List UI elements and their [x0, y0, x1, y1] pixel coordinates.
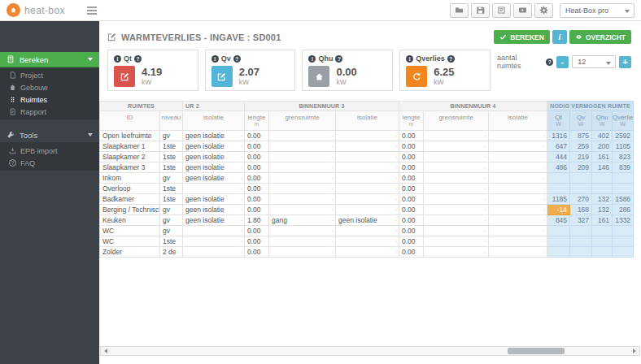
cell-bm3_lengte[interactable]: 0.00 [245, 247, 269, 258]
cell-bm3_grensruimte[interactable] [269, 131, 336, 141]
sidebar-section-bereken[interactable]: Bereken [0, 52, 99, 67]
cell-bm4_lengte[interactable]: 0.00 [399, 205, 424, 215]
cell-bm3_isolatie[interactable] [336, 141, 399, 152]
save-button[interactable] [471, 3, 490, 18]
cell-bm3_isolatie[interactable] [336, 184, 399, 194]
cell-bm2_isolatie[interactable]: geen isolatie [183, 141, 245, 152]
settings-button[interactable] [534, 3, 553, 18]
help-icon[interactable]: ? [233, 55, 241, 63]
cell-bm3_isolatie[interactable] [336, 131, 399, 141]
cell-bm4_grensruimte[interactable] [424, 173, 489, 184]
cell-bm3_grensruimte[interactable] [269, 152, 336, 162]
cell-bm3_lengte[interactable]: 0.00 [245, 194, 269, 205]
cell-bm2_isolatie[interactable]: geen isolatie [183, 173, 245, 184]
scroll-left-arrow[interactable] [101, 347, 111, 355]
cell-bm4_grensruimte[interactable] [424, 194, 489, 205]
cell-bm2_isolatie[interactable] [183, 236, 245, 247]
cell-bm4_lengte[interactable]: 0.00 [399, 141, 424, 152]
cell-bm4_grensruimte[interactable] [424, 162, 489, 173]
cell-bm4_lengte[interactable]: 0.00 [399, 236, 424, 247]
sidebar-section-tools[interactable]: Tools [0, 128, 99, 143]
bereken-button[interactable]: BEREKEN [494, 30, 550, 44]
folder-button[interactable] [450, 3, 469, 18]
cell-id[interactable]: Slaapkamer 2 [100, 152, 160, 162]
cell-bm4_isolatie[interactable] [489, 247, 547, 258]
info-button[interactable]: i [552, 30, 567, 44]
cell-id[interactable]: Inkom [100, 173, 160, 184]
cell-bm4_lengte[interactable]: 0.00 [399, 226, 424, 236]
cell-bm2_isolatie[interactable]: geen isolatie [183, 131, 245, 141]
sidebar-item-epb-import[interactable]: EPB import [0, 145, 99, 157]
cell-bm4_grensruimte[interactable] [424, 226, 489, 236]
cell-bm4_isolatie[interactable] [489, 184, 547, 194]
cell-bm4_lengte[interactable]: 0.00 [399, 215, 424, 226]
cell-bm4_isolatie[interactable] [489, 162, 547, 173]
cell-bm4_grensruimte[interactable] [424, 184, 489, 194]
sidebar-item-gebouw[interactable]: Gebouw [0, 81, 99, 93]
scrollbar-thumb[interactable] [508, 348, 565, 354]
cell-bm2_isolatie[interactable]: geen isolatie [183, 194, 245, 205]
cell-bm4_lengte[interactable]: 0.00 [399, 131, 424, 141]
cell-bm3_lengte[interactable]: 1.80 [245, 215, 269, 226]
cell-bm4_lengte[interactable]: 0.00 [399, 247, 424, 258]
sidebar-item-rapport[interactable]: Rapport [0, 106, 99, 118]
cell-bm4_lengte[interactable]: 0.00 [399, 162, 424, 173]
horizontal-scrollbar[interactable] [100, 346, 640, 356]
cell-bm4_lengte[interactable]: 0.00 [399, 194, 424, 205]
cell-bm4_lengte[interactable]: 0.00 [399, 184, 424, 194]
profile-select[interactable]: Heat-Box pro [560, 3, 634, 18]
cell-id[interactable]: WC [100, 226, 160, 236]
overzicht-button[interactable]: OVERZICHT [569, 30, 631, 44]
cell-bm3_lengte[interactable]: 0.00 [245, 205, 269, 215]
room-count-select[interactable]: 12 [572, 55, 616, 68]
cell-bm3_grensruimte[interactable] [269, 226, 336, 236]
cell-bm3_isolatie[interactable] [336, 194, 399, 205]
cell-bm4_grensruimte[interactable] [424, 152, 489, 162]
cell-bm3_grensruimte[interactable] [269, 173, 336, 184]
cell-bm3_lengte[interactable]: 0.00 [245, 173, 269, 184]
cell-bm4_grensruimte[interactable] [424, 215, 489, 226]
cell-niveau[interactable]: gv [160, 226, 183, 236]
cell-bm4_isolatie[interactable] [489, 131, 547, 141]
cell-id[interactable]: Open leefruimte [100, 131, 160, 141]
cell-niveau[interactable]: gv [160, 205, 183, 215]
cell-niveau[interactable]: gv [160, 131, 183, 141]
scroll-right-arrow[interactable] [630, 347, 639, 355]
cell-bm4_grensruimte[interactable] [424, 236, 489, 247]
cell-bm2_isolatie[interactable]: geen isolatie [183, 152, 245, 162]
cell-bm3_isolatie[interactable] [336, 162, 399, 173]
cell-bm2_isolatie[interactable]: geen isolatie [183, 162, 245, 173]
hamburger-menu-icon[interactable] [86, 5, 98, 16]
cell-bm3_grensruimte[interactable] [269, 184, 336, 194]
increase-rooms-button[interactable]: + [619, 56, 631, 68]
cell-niveau[interactable]: 1ste [160, 184, 183, 194]
scrollbar-track[interactable] [111, 347, 630, 355]
cell-bm3_isolatie[interactable] [336, 205, 399, 215]
cell-bm3_lengte[interactable]: 0.00 [245, 162, 269, 173]
decrease-rooms-button[interactable]: - [556, 56, 569, 68]
cell-bm3_grensruimte[interactable] [269, 205, 336, 215]
help-icon[interactable]: ? [447, 55, 455, 63]
cell-id[interactable]: Zolder [100, 247, 160, 258]
cell-id[interactable]: WC [100, 236, 160, 247]
help-icon[interactable]: ? [546, 58, 553, 66]
news-button[interactable] [492, 3, 511, 18]
cell-bm2_isolatie[interactable] [183, 184, 245, 194]
sidebar-item-ruimtes[interactable]: Ruimtes [0, 93, 99, 106]
cell-bm4_isolatie[interactable] [489, 173, 547, 184]
cell-bm3_lengte[interactable]: 0.00 [245, 226, 269, 236]
help-icon[interactable]: ? [134, 55, 142, 63]
cell-bm2_isolatie[interactable] [183, 247, 245, 258]
cell-bm4_grensruimte[interactable] [424, 141, 489, 152]
cell-id[interactable]: Badkamer [100, 194, 160, 205]
cell-bm3_grensruimte[interactable] [269, 162, 336, 173]
cell-bm4_isolatie[interactable] [489, 141, 547, 152]
cell-bm3_lengte[interactable]: 0.00 [245, 152, 269, 162]
cell-bm4_isolatie[interactable] [489, 152, 547, 162]
cell-bm4_lengte[interactable]: 0.00 [399, 173, 424, 184]
cell-id[interactable]: Keuken [100, 215, 160, 226]
cell-bm4_lengte[interactable]: 0.00 [399, 152, 424, 162]
cell-bm4_isolatie[interactable] [489, 236, 547, 247]
cell-niveau[interactable]: 2 de [160, 247, 183, 258]
cell-bm2_isolatie[interactable] [183, 226, 245, 236]
